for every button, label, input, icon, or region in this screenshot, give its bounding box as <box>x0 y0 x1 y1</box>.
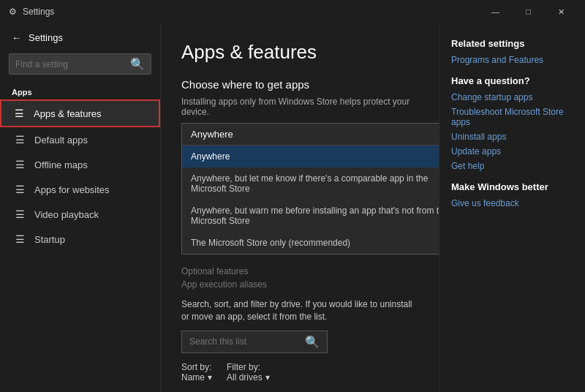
sidebar-item-label: Default apps <box>34 135 88 146</box>
maximize-button[interactable]: □ <box>512 0 545 23</box>
titlebar-controls: — □ ✕ <box>479 0 578 23</box>
dropdown-option-1[interactable]: Anywhere, but let me know if there's a c… <box>182 167 439 200</box>
page-title: Apps & features <box>181 41 418 64</box>
source-dropdown-container: Anywhere ▾ Anywhere Anywhere, but let me… <box>181 123 418 255</box>
sidebar-item-label: Startup <box>34 234 65 245</box>
app-list-description: Search, sort, and filter by drive. If yo… <box>181 298 418 323</box>
sidebar-section-label: Apps <box>0 79 160 99</box>
sidebar-item-startup[interactable]: ☰ Startup <box>0 227 160 252</box>
dropdown-selected-option[interactable]: Anywhere ▾ <box>182 124 439 146</box>
sidebar-item-default-apps[interactable]: ☰ Default apps <box>0 127 160 152</box>
content-area: Apps & features Choose where to get apps… <box>161 23 439 392</box>
apps-websites-icon: ☰ <box>14 184 26 195</box>
sidebar-item-label: Apps & features <box>34 108 102 119</box>
have-question-title: Have a question? <box>451 75 573 86</box>
sidebar-item-offline-maps[interactable]: ☰ Offline maps <box>0 152 160 177</box>
sidebar-item-video-playback[interactable]: ☰ Video playback <box>0 202 160 227</box>
filter-value-button[interactable]: All drives ▾ <box>227 372 270 382</box>
settings-icon: ⚙ <box>9 7 17 17</box>
app-execution-aliases-link[interactable]: App execution aliases <box>181 279 418 290</box>
choose-section-desc: Installing apps only from Windows Store … <box>181 97 418 117</box>
uninstall-apps-link[interactable]: Uninstall apps <box>451 132 573 142</box>
sidebar-item-label: Apps for websites <box>34 184 110 195</box>
sort-label: Sort by: Name ▾ <box>181 362 212 382</box>
filter-label: Filter by: All drives ▾ <box>227 362 270 382</box>
filter-row: Sort by: Name ▾ Filter by: All drives ▾ <box>181 362 418 382</box>
video-playback-icon: ☰ <box>14 208 26 220</box>
sidebar-search-box[interactable]: 🔍 <box>9 53 151 75</box>
startup-icon: ☰ <box>14 233 26 245</box>
source-dropdown[interactable]: Anywhere ▾ Anywhere Anywhere, but let me… <box>181 123 439 255</box>
sort-value-button[interactable]: Name ▾ <box>181 372 212 382</box>
app-search-input[interactable] <box>189 336 305 347</box>
app-search-box[interactable]: 🔍 <box>181 331 328 353</box>
titlebar-left: ⚙ Settings <box>9 7 54 17</box>
dropdown-option-2[interactable]: Anywhere, but warn me before installing … <box>182 200 439 232</box>
sidebar-item-apps-websites[interactable]: ☰ Apps for websites <box>0 177 160 202</box>
back-icon: ← <box>12 32 21 43</box>
troubleshoot-store-link[interactable]: Troubleshoot Microsoft Store apps <box>451 107 573 127</box>
change-startup-link[interactable]: Change startup apps <box>451 92 573 102</box>
titlebar: ⚙ Settings — □ ✕ <box>0 0 585 23</box>
dropdown-option-3[interactable]: The Microsoft Store only (recommended) <box>182 232 439 254</box>
main-layout: ← Settings 🔍 Apps ☰ Apps & features ☰ De… <box>0 23 585 392</box>
dropdown-selected-text: Anywhere <box>191 129 233 140</box>
sidebar-item-apps-features[interactable]: ☰ Apps & features <box>0 99 160 127</box>
apps-features-icon: ☰ <box>13 108 25 119</box>
sidebar: ← Settings 🔍 Apps ☰ Apps & features ☰ De… <box>0 23 161 392</box>
titlebar-title: Settings <box>23 7 54 17</box>
back-button[interactable]: ← Settings <box>0 26 160 49</box>
programs-features-link[interactable]: Programs and Features <box>451 55 573 65</box>
sidebar-item-label: Offline maps <box>34 159 88 170</box>
get-help-link[interactable]: Get help <box>451 161 573 171</box>
dropdown-options-list: Anywhere Anywhere, but let me know if th… <box>182 146 439 254</box>
search-icon: 🔍 <box>130 57 145 71</box>
search-icon: 🔍 <box>305 335 320 349</box>
offline-maps-icon: ☰ <box>14 159 26 170</box>
make-windows-better-title: Make Windows better <box>451 181 573 192</box>
default-apps-icon: ☰ <box>14 134 26 146</box>
right-panel: Related settings Programs and Features H… <box>439 23 585 392</box>
choose-section-heading: Choose where to get apps <box>181 78 418 91</box>
related-settings-title: Related settings <box>451 38 573 49</box>
give-feedback-link[interactable]: Give us feedback <box>451 198 573 208</box>
dropdown-option-0[interactable]: Anywhere <box>182 146 439 167</box>
back-label: Settings <box>29 32 63 43</box>
optional-features-link[interactable]: Optional features <box>181 266 418 276</box>
close-button[interactable]: ✕ <box>545 0 578 23</box>
sidebar-search-input[interactable] <box>15 59 130 69</box>
update-apps-link[interactable]: Update apps <box>451 146 573 157</box>
sidebar-item-label: Video playback <box>34 209 99 220</box>
minimize-button[interactable]: — <box>479 0 512 23</box>
